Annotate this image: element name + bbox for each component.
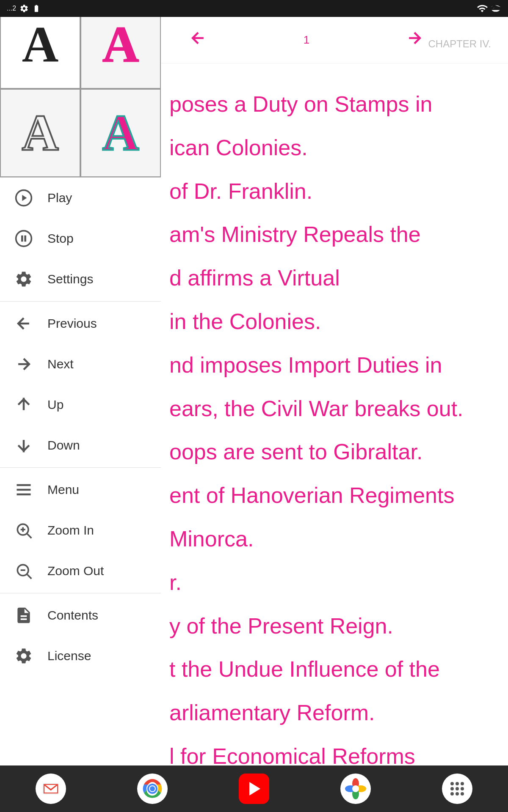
- bottom-nav: [0, 765, 508, 812]
- sidebar-item-down[interactable]: Down: [0, 425, 161, 466]
- zoom-in-icon: [13, 519, 35, 541]
- content-line-3: of Dr. Franklin.: [169, 176, 483, 207]
- svg-point-39: [456, 792, 459, 796]
- arrow-right-icon: [13, 353, 35, 375]
- svg-point-32: [450, 782, 454, 785]
- status-left: ...2: [7, 4, 41, 13]
- chrome-nav-item[interactable]: [133, 770, 171, 808]
- divider-1: [0, 301, 161, 302]
- sidebar-item-next[interactable]: Next: [0, 344, 161, 384]
- svg-line-13: [27, 534, 31, 538]
- arrow-up-icon: [13, 394, 35, 416]
- photos-nav-item[interactable]: [337, 770, 375, 808]
- gmail-nav-item[interactable]: [32, 770, 70, 808]
- sidebar-item-previous[interactable]: Previous: [0, 303, 161, 344]
- font-letter-hollow: A: [22, 104, 59, 162]
- content-line-12: r.: [169, 567, 483, 598]
- font-cell-serif-teal[interactable]: A: [80, 89, 161, 178]
- document-icon: [13, 604, 35, 626]
- settings-status-icon: [19, 4, 29, 13]
- battery-status-icon: [32, 4, 41, 13]
- svg-point-37: [461, 787, 464, 790]
- svg-point-36: [456, 787, 459, 790]
- content-line-15: arliamentary Reform.: [169, 697, 483, 728]
- svg-point-4: [16, 231, 32, 247]
- stop-label: Stop: [47, 231, 74, 246]
- content-line-13: y of the Present Reign.: [169, 611, 483, 642]
- pause-icon: [13, 228, 35, 250]
- next-chapter-label: CHAPTER IV.: [428, 38, 491, 49]
- down-label: Down: [47, 438, 80, 453]
- svg-point-24: [150, 786, 155, 791]
- svg-point-35: [450, 787, 454, 790]
- sidebar-item-menu[interactable]: Menu: [0, 469, 161, 510]
- content-line-5: d affirms a Virtual: [169, 263, 483, 294]
- arrow-down-icon: [13, 434, 35, 456]
- menu-icon: [13, 479, 35, 501]
- up-label: Up: [47, 398, 64, 412]
- font-letter-serif-bold: A: [22, 15, 59, 74]
- divider-3: [0, 593, 161, 593]
- content-line-1: poses a Duty on Stamps in: [169, 89, 483, 120]
- status-right: [477, 3, 501, 14]
- content-line-6: in the Colonies.: [169, 306, 483, 337]
- sidebar-item-up[interactable]: Up: [0, 384, 161, 425]
- settings-label: Settings: [47, 272, 93, 286]
- sidebar-item-contents[interactable]: Contents: [0, 595, 161, 636]
- svg-point-38: [450, 792, 454, 796]
- svg-point-33: [456, 782, 459, 785]
- play-icon: [13, 187, 35, 209]
- photos-icon: [340, 774, 371, 804]
- sidebar-item-settings[interactable]: Settings: [0, 259, 161, 299]
- youtube-icon: [239, 774, 269, 804]
- font-grid[interactable]: A A A A: [0, 0, 161, 178]
- apps-nav-item[interactable]: [438, 770, 476, 808]
- content-line-8: ears, the Civil War breaks out.: [169, 393, 483, 424]
- license-label: License: [47, 649, 91, 663]
- page-number: 1: [304, 33, 309, 47]
- signal-bars-icon: [490, 3, 501, 14]
- arrow-left-icon: [13, 313, 35, 335]
- zoom-out-label: Zoom Out: [47, 564, 104, 578]
- menu-label: Menu: [47, 483, 79, 497]
- svg-point-34: [461, 782, 464, 785]
- chrome-icon: [137, 774, 168, 804]
- gmail-icon: [36, 774, 66, 804]
- wifi-icon: [477, 3, 488, 14]
- svg-point-40: [461, 792, 464, 796]
- status-bar: ...2: [0, 0, 508, 17]
- gear-icon: [13, 268, 35, 290]
- content-line-4: am's Ministry Repeals the: [169, 219, 483, 250]
- font-cell-serif-hollow[interactable]: A: [0, 89, 80, 178]
- svg-marker-3: [22, 195, 27, 201]
- content-line-14: t the Undue Influence of the: [169, 654, 483, 685]
- forward-arrow-icon[interactable]: [405, 33, 428, 51]
- content-line-11: Minorca.: [169, 524, 483, 554]
- divider-2: [0, 467, 161, 468]
- sidebar-item-stop[interactable]: Stop: [0, 218, 161, 259]
- content-line-9: oops are sent to Gibraltar.: [169, 436, 483, 467]
- svg-line-17: [27, 574, 31, 579]
- youtube-play-triangle: [249, 782, 260, 796]
- contents-label: Contents: [47, 608, 98, 623]
- content-line-10: ent of Hanoverian Regiments: [169, 480, 483, 511]
- zoom-out-icon: [13, 560, 35, 582]
- sidebar-item-zoom-out[interactable]: Zoom Out: [0, 551, 161, 591]
- font-letter-teal: A: [102, 104, 139, 162]
- zoom-in-label: Zoom In: [47, 523, 94, 538]
- sidebar-item-license[interactable]: License: [0, 636, 161, 676]
- sidebar-item-zoom-in[interactable]: Zoom In: [0, 510, 161, 551]
- sidebar-menu: Play Stop Settings: [0, 178, 161, 778]
- previous-label: Previous: [47, 316, 97, 331]
- back-nav-group[interactable]: [189, 29, 207, 51]
- svg-point-30: [352, 785, 359, 792]
- sidebar-item-play[interactable]: Play: [0, 178, 161, 218]
- play-label: Play: [47, 191, 72, 205]
- forward-nav-group[interactable]: CHAPTER IV.: [405, 29, 491, 51]
- font-letter-serif-pink: A: [102, 15, 139, 74]
- youtube-nav-item[interactable]: [235, 770, 273, 808]
- apps-grid-icon: [442, 774, 472, 804]
- back-arrow-icon[interactable]: [189, 33, 207, 51]
- license-icon: [13, 645, 35, 667]
- signal-text: ...2: [7, 5, 16, 12]
